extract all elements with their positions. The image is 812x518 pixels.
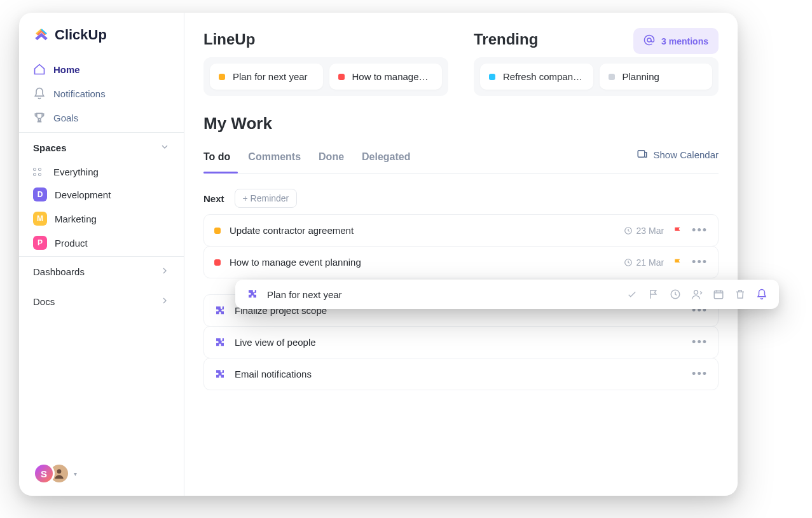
nav-label: Goals — [53, 112, 78, 123]
task-date: 21 Mar — [624, 257, 664, 268]
assignee-icon[interactable] — [691, 289, 703, 300]
status-dot — [214, 259, 221, 266]
trending-card[interactable]: Planning — [600, 64, 713, 90]
space-label: Marketing — [55, 214, 97, 224]
task-row[interactable]: How to manage event planning 21 Mar ••• — [203, 246, 719, 278]
hover-actions — [626, 289, 767, 300]
nav-label: Notifications — [53, 88, 106, 99]
nav-goals[interactable]: Goals — [25, 106, 177, 130]
svg-rect-7 — [714, 291, 723, 299]
card-label: Plan for next year — [233, 71, 308, 82]
nav-docs[interactable]: Docs — [19, 287, 184, 317]
svg-point-1 — [647, 38, 651, 42]
chevron-right-icon — [160, 266, 170, 278]
next-row: Next + Reminder — [203, 189, 719, 208]
tab-done[interactable]: Done — [319, 145, 344, 173]
nav-notifications[interactable]: Notifications — [25, 81, 177, 106]
mentions-text: 3 mentions — [661, 36, 708, 46]
at-icon — [643, 34, 655, 48]
space-product[interactable]: P Product — [25, 231, 177, 255]
space-marketing[interactable]: M Marketing — [25, 207, 177, 231]
date-text: 21 Mar — [637, 257, 664, 268]
svg-point-0 — [57, 469, 62, 474]
task-list-a: Update contractor agreement 23 Mar ••• H… — [203, 214, 719, 278]
trash-icon[interactable] — [734, 289, 746, 300]
sidebar: ClickUp Home Notifications Goals — [19, 13, 184, 496]
more-icon[interactable]: ••• — [692, 367, 708, 381]
clock-icon[interactable] — [670, 289, 681, 300]
docs-label: Docs — [33, 296, 55, 307]
space-development[interactable]: D Development — [25, 182, 177, 207]
task-row[interactable]: Email notifications ••• — [203, 358, 719, 390]
more-icon[interactable]: ••• — [692, 256, 708, 269]
dashboards-label: Dashboards — [33, 266, 85, 277]
user-switcher[interactable]: S ▾ — [19, 451, 184, 496]
logo-text: ClickUp — [55, 27, 107, 43]
puzzle-icon — [214, 337, 226, 348]
tab-underline — [203, 172, 238, 174]
show-calendar-button[interactable]: Show Calendar — [637, 148, 719, 170]
lineup-card[interactable]: How to manage… — [329, 64, 443, 90]
nav-dashboards[interactable]: Dashboards — [19, 256, 184, 287]
task-date: 23 Mar — [624, 226, 664, 236]
check-icon[interactable] — [626, 289, 638, 300]
caret-down-icon: ▾ — [74, 470, 77, 477]
svg-point-6 — [694, 290, 698, 294]
clock-icon — [624, 258, 633, 267]
lineup-section: LineUp Plan for next year How to manage… — [203, 31, 448, 96]
clickup-logo-icon — [33, 27, 50, 43]
everything-item[interactable]: Everything — [25, 161, 177, 182]
trending-card[interactable]: Refresh compan… — [480, 64, 593, 90]
status-dot — [609, 74, 615, 80]
card-label: How to manage… — [352, 71, 429, 82]
bell-icon — [33, 87, 46, 100]
flag-icon[interactable] — [673, 257, 683, 268]
flag-icon[interactable] — [673, 226, 683, 236]
avatar-initial: S — [33, 463, 55, 484]
task-row[interactable]: Live view of people ••• — [203, 326, 719, 358]
task-hover-card: Plan for next year — [235, 280, 779, 309]
mywork-title: My Work — [203, 114, 719, 133]
avatar-stack: S — [33, 463, 70, 484]
logo[interactable]: ClickUp — [19, 27, 184, 55]
more-icon[interactable]: ••• — [692, 336, 708, 349]
space-label: Development — [55, 189, 111, 200]
clock-icon — [624, 226, 633, 235]
flag-icon[interactable] — [648, 289, 659, 300]
mywork-tabs: To do Comments Done Delegated Show Calen… — [203, 145, 719, 174]
nav-label: Home — [53, 64, 80, 75]
nav-home[interactable]: Home — [25, 57, 177, 81]
card-label: Refresh compan… — [503, 71, 582, 82]
grid-icon — [33, 168, 46, 176]
main-content: 3 mentions LineUp Plan for next year How… — [184, 13, 738, 496]
everything-label: Everything — [53, 167, 99, 177]
tab-comments[interactable]: Comments — [248, 145, 301, 173]
space-badge: M — [33, 212, 47, 226]
show-calendar-label: Show Calendar — [653, 149, 719, 160]
home-icon — [33, 63, 46, 76]
lineup-cards: Plan for next year How to manage… — [203, 57, 448, 96]
nav-primary: Home Notifications Goals — [19, 55, 184, 132]
tab-delegated[interactable]: Delegated — [362, 145, 410, 173]
spaces-header[interactable]: Spaces — [19, 132, 184, 160]
card-label: Planning — [623, 71, 659, 82]
next-label: Next — [203, 193, 224, 204]
space-list: Everything D Development M Marketing P P… — [19, 160, 184, 256]
trending-cards: Refresh compan… Planning — [474, 57, 719, 96]
task-title: Update contractor agreement — [230, 225, 615, 236]
bell-icon[interactable] — [756, 289, 767, 300]
task-row[interactable]: Update contractor agreement 23 Mar ••• — [203, 214, 719, 247]
svg-rect-2 — [638, 150, 645, 157]
trophy-icon — [33, 111, 46, 124]
more-icon[interactable]: ••• — [692, 224, 708, 237]
task-title: Live view of people — [235, 337, 683, 348]
calendar-icon[interactable] — [713, 289, 724, 300]
chevron-right-icon — [160, 296, 170, 308]
tab-todo[interactable]: To do — [203, 145, 230, 173]
mentions-badge[interactable]: 3 mentions — [633, 28, 719, 54]
add-reminder-button[interactable]: + Reminder — [235, 189, 298, 208]
status-dot — [489, 74, 495, 80]
lineup-card[interactable]: Plan for next year — [210, 64, 323, 90]
hover-card-title: Plan for next year — [267, 289, 617, 300]
space-badge: D — [33, 187, 47, 201]
